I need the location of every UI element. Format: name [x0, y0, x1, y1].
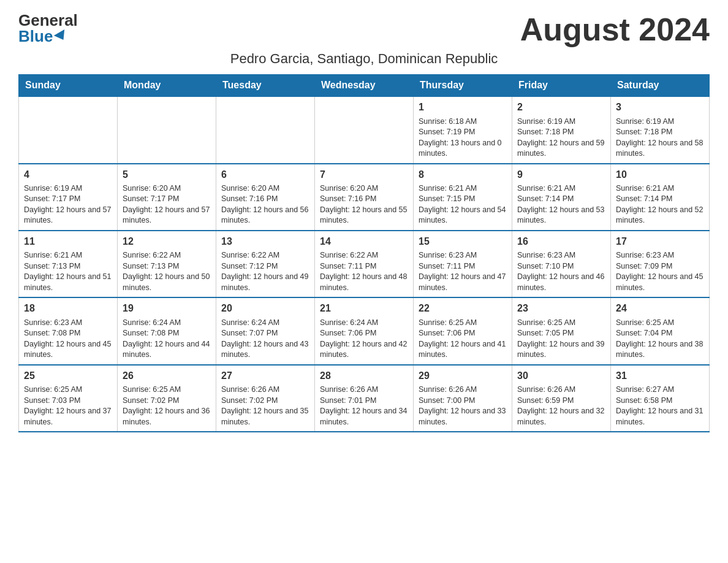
month-title: August 2024 — [520, 12, 710, 47]
day-number: 12 — [123, 235, 211, 248]
day-info: Sunrise: 6:26 AMSunset: 6:59 PMDaylight:… — [517, 385, 605, 427]
day-number: 28 — [320, 369, 408, 383]
day-number: 18 — [24, 302, 112, 315]
logo-general-text: General — [18, 12, 78, 28]
day-number: 25 — [24, 369, 112, 383]
day-number: 5 — [123, 168, 211, 182]
day-info: Sunrise: 6:19 AMSunset: 7:18 PMDaylight:… — [616, 117, 704, 159]
cell-week4-day4: 22Sunrise: 6:25 AMSunset: 7:06 PMDayligh… — [414, 297, 512, 364]
cell-week5-day4: 29Sunrise: 6:26 AMSunset: 7:00 PMDayligh… — [414, 365, 512, 432]
cell-week4-day6: 24Sunrise: 6:25 AMSunset: 7:04 PMDayligh… — [611, 297, 710, 364]
day-info: Sunrise: 6:26 AMSunset: 7:02 PMDaylight:… — [221, 385, 309, 427]
day-number: 19 — [123, 302, 211, 315]
day-info: Sunrise: 6:21 AMSunset: 7:14 PMDaylight:… — [517, 183, 605, 226]
day-number: 6 — [221, 168, 309, 182]
day-info: Sunrise: 6:21 AMSunset: 7:14 PMDaylight:… — [616, 183, 704, 226]
day-number: 16 — [517, 235, 605, 248]
cell-week4-day5: 23Sunrise: 6:25 AMSunset: 7:05 PMDayligh… — [512, 297, 611, 364]
header-sunday: Sunday — [19, 75, 118, 97]
header-saturday: Saturday — [611, 75, 710, 97]
week-row-1: 1Sunrise: 6:18 AMSunset: 7:19 PMDaylight… — [19, 96, 710, 163]
day-number: 27 — [221, 369, 309, 383]
cell-week3-day0: 11Sunrise: 6:21 AMSunset: 7:13 PMDayligh… — [19, 231, 118, 297]
day-number: 31 — [616, 369, 704, 383]
day-info: Sunrise: 6:25 AMSunset: 7:02 PMDaylight:… — [123, 385, 211, 427]
day-info: Sunrise: 6:22 AMSunset: 7:11 PMDaylight:… — [320, 250, 408, 293]
day-number: 7 — [320, 168, 408, 182]
cell-week1-day3 — [315, 96, 414, 163]
logo-blue-text: Blue — [18, 28, 67, 44]
day-number: 10 — [616, 168, 704, 182]
header-monday: Monday — [118, 75, 216, 97]
day-number: 17 — [616, 235, 704, 248]
day-number: 9 — [517, 168, 605, 182]
day-number: 24 — [616, 302, 704, 315]
day-info: Sunrise: 6:27 AMSunset: 6:58 PMDaylight:… — [616, 385, 704, 427]
day-number: 14 — [320, 235, 408, 248]
cell-week2-day6: 10Sunrise: 6:21 AMSunset: 7:14 PMDayligh… — [611, 164, 710, 231]
day-info: Sunrise: 6:23 AMSunset: 7:10 PMDaylight:… — [517, 250, 605, 293]
cell-week5-day0: 25Sunrise: 6:25 AMSunset: 7:03 PMDayligh… — [19, 365, 118, 432]
day-number: 20 — [221, 302, 309, 315]
day-info: Sunrise: 6:22 AMSunset: 7:12 PMDaylight:… — [221, 250, 309, 293]
day-info: Sunrise: 6:25 AMSunset: 7:06 PMDaylight:… — [419, 318, 507, 361]
day-number: 3 — [616, 101, 704, 114]
day-info: Sunrise: 6:22 AMSunset: 7:13 PMDaylight:… — [123, 250, 211, 293]
day-info: Sunrise: 6:24 AMSunset: 7:08 PMDaylight:… — [123, 318, 211, 361]
cell-week4-day0: 18Sunrise: 6:23 AMSunset: 7:08 PMDayligh… — [19, 297, 118, 364]
header-wednesday: Wednesday — [315, 75, 414, 97]
cell-week1-day1 — [118, 96, 216, 163]
header-friday: Friday — [512, 75, 611, 97]
week-row-4: 18Sunrise: 6:23 AMSunset: 7:08 PMDayligh… — [19, 297, 710, 364]
day-info: Sunrise: 6:20 AMSunset: 7:16 PMDaylight:… — [320, 183, 408, 226]
week-row-2: 4Sunrise: 6:19 AMSunset: 7:17 PMDaylight… — [19, 164, 710, 231]
day-info: Sunrise: 6:20 AMSunset: 7:16 PMDaylight:… — [221, 183, 309, 226]
logo-triangle-icon — [54, 29, 69, 43]
cell-week1-day0 — [19, 96, 118, 163]
day-number: 30 — [517, 369, 605, 383]
cell-week2-day2: 6Sunrise: 6:20 AMSunset: 7:16 PMDaylight… — [216, 164, 315, 231]
day-info: Sunrise: 6:25 AMSunset: 7:05 PMDaylight:… — [517, 318, 605, 361]
cell-week1-day6: 3Sunrise: 6:19 AMSunset: 7:18 PMDaylight… — [611, 96, 710, 163]
cell-week3-day1: 12Sunrise: 6:22 AMSunset: 7:13 PMDayligh… — [118, 231, 216, 297]
cell-week5-day1: 26Sunrise: 6:25 AMSunset: 7:02 PMDayligh… — [118, 365, 216, 432]
day-info: Sunrise: 6:21 AMSunset: 7:15 PMDaylight:… — [419, 183, 507, 226]
logo: General Blue — [18, 12, 78, 44]
cell-week5-day5: 30Sunrise: 6:26 AMSunset: 6:59 PMDayligh… — [512, 365, 611, 432]
cell-week3-day5: 16Sunrise: 6:23 AMSunset: 7:10 PMDayligh… — [512, 231, 611, 297]
day-info: Sunrise: 6:19 AMSunset: 7:17 PMDaylight:… — [24, 183, 112, 226]
week-row-5: 25Sunrise: 6:25 AMSunset: 7:03 PMDayligh… — [19, 365, 710, 432]
cell-week3-day3: 14Sunrise: 6:22 AMSunset: 7:11 PMDayligh… — [315, 231, 414, 297]
day-info: Sunrise: 6:23 AMSunset: 7:09 PMDaylight:… — [616, 250, 704, 293]
cell-week3-day4: 15Sunrise: 6:23 AMSunset: 7:11 PMDayligh… — [414, 231, 512, 297]
day-info: Sunrise: 6:24 AMSunset: 7:07 PMDaylight:… — [221, 318, 309, 361]
day-info: Sunrise: 6:25 AMSunset: 7:03 PMDaylight:… — [24, 385, 112, 427]
calendar-table: Sunday Monday Tuesday Wednesday Thursday… — [18, 74, 710, 432]
day-number: 2 — [517, 101, 605, 114]
day-info: Sunrise: 6:20 AMSunset: 7:17 PMDaylight:… — [123, 183, 211, 226]
day-info: Sunrise: 6:21 AMSunset: 7:13 PMDaylight:… — [24, 250, 112, 293]
cell-week5-day2: 27Sunrise: 6:26 AMSunset: 7:02 PMDayligh… — [216, 365, 315, 432]
day-info: Sunrise: 6:18 AMSunset: 7:19 PMDaylight:… — [419, 117, 507, 159]
day-number: 8 — [419, 168, 507, 182]
cell-week2-day0: 4Sunrise: 6:19 AMSunset: 7:17 PMDaylight… — [19, 164, 118, 231]
cell-week2-day4: 8Sunrise: 6:21 AMSunset: 7:15 PMDaylight… — [414, 164, 512, 231]
day-number: 11 — [24, 235, 112, 248]
day-number: 26 — [123, 369, 211, 383]
cell-week2-day5: 9Sunrise: 6:21 AMSunset: 7:14 PMDaylight… — [512, 164, 611, 231]
cell-week1-day5: 2Sunrise: 6:19 AMSunset: 7:18 PMDaylight… — [512, 96, 611, 163]
day-number: 15 — [419, 235, 507, 248]
cell-week5-day3: 28Sunrise: 6:26 AMSunset: 7:01 PMDayligh… — [315, 365, 414, 432]
day-number: 29 — [419, 369, 507, 383]
header: General Blue August 2024 — [18, 12, 710, 47]
day-number: 13 — [221, 235, 309, 248]
day-info: Sunrise: 6:24 AMSunset: 7:06 PMDaylight:… — [320, 318, 408, 361]
day-info: Sunrise: 6:19 AMSunset: 7:18 PMDaylight:… — [517, 117, 605, 159]
cell-week5-day6: 31Sunrise: 6:27 AMSunset: 6:58 PMDayligh… — [611, 365, 710, 432]
day-number: 22 — [419, 302, 507, 315]
day-info: Sunrise: 6:25 AMSunset: 7:04 PMDaylight:… — [616, 318, 704, 361]
cell-week2-day3: 7Sunrise: 6:20 AMSunset: 7:16 PMDaylight… — [315, 164, 414, 231]
day-number: 1 — [419, 101, 507, 114]
cell-week4-day2: 20Sunrise: 6:24 AMSunset: 7:07 PMDayligh… — [216, 297, 315, 364]
day-headers-row: Sunday Monday Tuesday Wednesday Thursday… — [19, 75, 710, 97]
